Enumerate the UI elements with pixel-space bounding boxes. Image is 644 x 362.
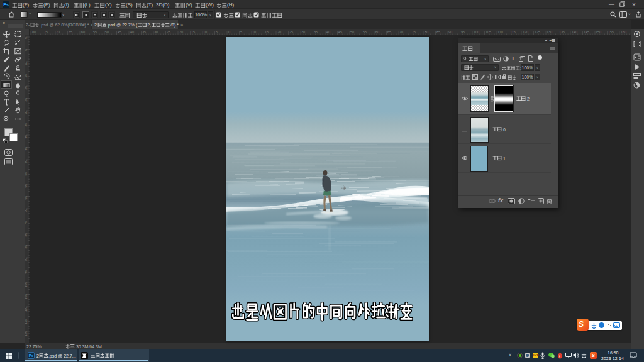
svg-text:60: 60 (375, 30, 379, 34)
svg-text:95: 95 (25, 270, 28, 274)
svg-text:40: 40 (25, 135, 28, 139)
svg-text:10: 10 (25, 62, 28, 65)
svg-text:5: 5 (240, 30, 242, 34)
svg-text:75: 75 (25, 221, 28, 225)
svg-text:40: 40 (130, 30, 134, 34)
svg-text:70: 70 (56, 30, 60, 34)
svg-text:15: 15 (191, 30, 195, 34)
svg-text:105: 105 (486, 30, 491, 34)
svg-text:45: 45 (118, 30, 121, 34)
svg-text:120: 120 (25, 331, 28, 337)
svg-text:80: 80 (25, 233, 28, 237)
svg-text:25: 25 (167, 30, 170, 34)
svg-text:25: 25 (25, 98, 28, 102)
svg-text:130: 130 (547, 30, 552, 34)
svg-text:25: 25 (289, 30, 293, 34)
svg-text:140: 140 (572, 30, 577, 34)
svg-text:55: 55 (25, 172, 28, 176)
svg-text:20: 20 (277, 30, 281, 34)
svg-text:60: 60 (81, 30, 85, 34)
svg-text:10: 10 (203, 30, 207, 34)
svg-text:15: 15 (25, 74, 28, 78)
svg-text:15: 15 (265, 30, 269, 34)
svg-text:120: 120 (523, 30, 528, 34)
svg-text:90: 90 (25, 258, 28, 261)
svg-text:65: 65 (25, 196, 28, 200)
svg-text:60: 60 (25, 184, 28, 188)
svg-text:65: 65 (69, 30, 72, 34)
svg-text:125: 125 (535, 30, 540, 34)
svg-text:100: 100 (25, 282, 28, 288)
svg-text:20: 20 (179, 30, 183, 34)
svg-text:0: 0 (25, 37, 28, 39)
svg-text:75: 75 (412, 30, 416, 34)
svg-text:115: 115 (510, 30, 516, 34)
svg-text:80: 80 (32, 30, 36, 34)
svg-text:55: 55 (93, 30, 97, 34)
svg-text:85: 85 (436, 30, 440, 34)
svg-text:110: 110 (25, 307, 28, 312)
svg-text:50: 50 (25, 160, 28, 163)
svg-text:30: 30 (25, 111, 28, 114)
svg-text:105: 105 (25, 294, 28, 300)
svg-text:55: 55 (363, 30, 367, 34)
svg-text:50: 50 (105, 30, 109, 34)
svg-text:20: 20 (25, 86, 28, 90)
svg-text:75: 75 (44, 30, 48, 34)
svg-text:95: 95 (461, 30, 465, 34)
svg-text:50: 50 (350, 30, 354, 34)
svg-text:70: 70 (399, 30, 403, 34)
svg-text:145: 145 (584, 30, 589, 34)
svg-text:30: 30 (301, 30, 305, 34)
svg-text:80: 80 (425, 30, 428, 34)
svg-text:85: 85 (25, 245, 28, 249)
svg-text:30: 30 (154, 30, 158, 34)
svg-text:65: 65 (387, 30, 391, 34)
svg-text:5: 5 (216, 30, 218, 34)
svg-text:35: 35 (142, 30, 146, 34)
svg-text:155: 155 (608, 30, 614, 34)
svg-text:10: 10 (252, 30, 256, 34)
svg-text:5: 5 (25, 49, 28, 51)
svg-text:135: 135 (559, 30, 565, 34)
svg-text:150: 150 (596, 30, 601, 34)
svg-text:70: 70 (25, 209, 28, 212)
svg-text:110: 110 (497, 30, 503, 34)
svg-text:35: 35 (25, 123, 28, 127)
svg-text:90: 90 (448, 30, 452, 34)
svg-text:115: 115 (25, 319, 28, 324)
svg-text:45: 45 (25, 147, 28, 151)
svg-text:45: 45 (338, 30, 342, 34)
svg-text:35: 35 (314, 30, 318, 34)
svg-text:40: 40 (326, 30, 330, 34)
svg-text:160: 160 (621, 30, 626, 34)
svg-text:0: 0 (228, 30, 230, 34)
svg-text:100: 100 (474, 30, 479, 34)
